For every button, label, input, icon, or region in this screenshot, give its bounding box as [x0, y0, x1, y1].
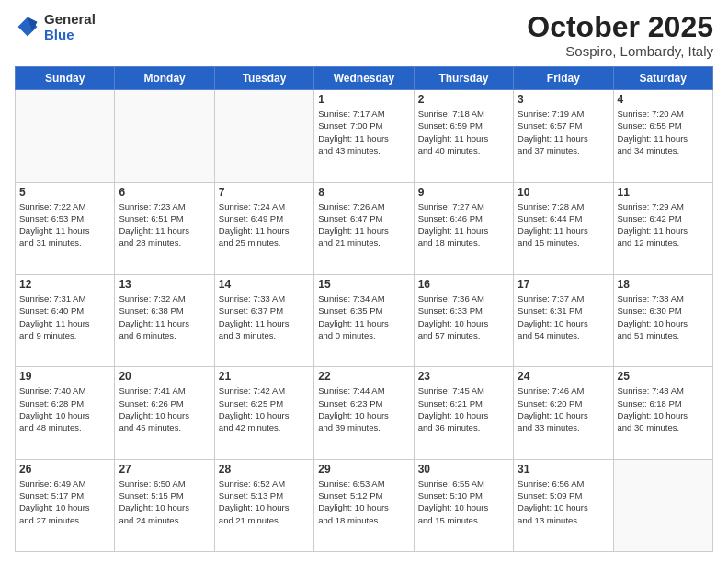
day-number: 5 [19, 186, 110, 199]
table-row: 8Sunrise: 7:26 AM Sunset: 6:47 PM Daylig… [314, 182, 414, 274]
day-info: Sunrise: 6:50 AM Sunset: 5:15 PM Dayligh… [119, 477, 210, 526]
day-info: Sunrise: 7:17 AM Sunset: 7:00 PM Dayligh… [318, 108, 409, 156]
table-row: 19Sunrise: 7:40 AM Sunset: 6:28 PM Dayli… [16, 367, 115, 459]
week-row-1: 1Sunrise: 7:17 AM Sunset: 7:00 PM Daylig… [16, 90, 713, 182]
day-info: Sunrise: 7:48 AM Sunset: 6:18 PM Dayligh… [618, 385, 709, 433]
day-info: Sunrise: 7:27 AM Sunset: 6:46 PM Dayligh… [418, 201, 509, 249]
day-number: 14 [219, 278, 310, 291]
table-row: 2Sunrise: 7:18 AM Sunset: 6:59 PM Daylig… [414, 90, 513, 182]
table-row [214, 90, 313, 182]
table-row: 22Sunrise: 7:44 AM Sunset: 6:23 PM Dayli… [314, 367, 414, 459]
logo-blue: Blue [44, 27, 74, 42]
table-row [613, 459, 712, 551]
table-row: 28Sunrise: 6:52 AM Sunset: 5:13 PM Dayli… [214, 459, 313, 551]
logo-text: General Blue [44, 11, 96, 43]
week-row-2: 5Sunrise: 7:22 AM Sunset: 6:53 PM Daylig… [16, 182, 713, 274]
table-row: 21Sunrise: 7:42 AM Sunset: 6:25 PM Dayli… [214, 367, 313, 459]
logo-general: General [44, 11, 96, 27]
day-number: 29 [318, 463, 409, 476]
day-number: 10 [518, 186, 609, 199]
day-info: Sunrise: 7:26 AM Sunset: 6:47 PM Dayligh… [318, 201, 409, 249]
day-info: Sunrise: 7:28 AM Sunset: 6:44 PM Dayligh… [518, 201, 609, 249]
logo: General Blue [15, 11, 96, 43]
day-info: Sunrise: 7:42 AM Sunset: 6:25 PM Dayligh… [219, 385, 310, 433]
table-row: 9Sunrise: 7:27 AM Sunset: 6:46 PM Daylig… [414, 182, 513, 274]
day-number: 31 [518, 463, 609, 476]
day-number: 26 [19, 463, 110, 476]
calendar-table: Sunday Monday Tuesday Wednesday Thursday… [15, 66, 713, 552]
day-number: 19 [19, 370, 110, 383]
table-row: 25Sunrise: 7:48 AM Sunset: 6:18 PM Dayli… [613, 367, 712, 459]
day-number: 21 [219, 370, 310, 383]
table-row: 10Sunrise: 7:28 AM Sunset: 6:44 PM Dayli… [514, 182, 613, 274]
title-block: October 2025 Sospiro, Lombardy, Italy [527, 11, 713, 59]
table-row: 29Sunrise: 6:53 AM Sunset: 5:12 PM Dayli… [314, 459, 414, 551]
day-number: 4 [618, 93, 709, 106]
day-info: Sunrise: 6:53 AM Sunset: 5:12 PM Dayligh… [318, 477, 409, 526]
table-row [16, 90, 115, 182]
day-info: Sunrise: 7:31 AM Sunset: 6:40 PM Dayligh… [19, 293, 110, 341]
table-row: 14Sunrise: 7:33 AM Sunset: 6:37 PM Dayli… [214, 274, 313, 366]
table-row: 15Sunrise: 7:34 AM Sunset: 6:35 PM Dayli… [314, 274, 414, 366]
table-row [115, 90, 214, 182]
day-info: Sunrise: 7:19 AM Sunset: 6:57 PM Dayligh… [518, 108, 609, 156]
table-row: 30Sunrise: 6:55 AM Sunset: 5:10 PM Dayli… [414, 459, 513, 551]
col-sunday: Sunday [16, 67, 115, 90]
col-tuesday: Tuesday [214, 67, 313, 90]
table-row: 6Sunrise: 7:23 AM Sunset: 6:51 PM Daylig… [115, 182, 214, 274]
header: General Blue October 2025 Sospiro, Lomba… [15, 11, 713, 59]
day-info: Sunrise: 7:44 AM Sunset: 6:23 PM Dayligh… [318, 385, 409, 433]
day-info: Sunrise: 7:23 AM Sunset: 6:51 PM Dayligh… [119, 201, 210, 249]
day-number: 6 [119, 186, 210, 199]
day-number: 23 [418, 370, 509, 383]
table-row: 23Sunrise: 7:45 AM Sunset: 6:21 PM Dayli… [414, 367, 513, 459]
day-info: Sunrise: 7:45 AM Sunset: 6:21 PM Dayligh… [418, 385, 509, 433]
day-number: 22 [318, 370, 409, 383]
day-info: Sunrise: 7:36 AM Sunset: 6:33 PM Dayligh… [418, 293, 509, 341]
day-number: 15 [318, 278, 409, 291]
day-info: Sunrise: 6:56 AM Sunset: 5:09 PM Dayligh… [518, 477, 609, 526]
col-monday: Monday [115, 67, 214, 90]
day-info: Sunrise: 7:38 AM Sunset: 6:30 PM Dayligh… [618, 293, 709, 341]
day-info: Sunrise: 7:29 AM Sunset: 6:42 PM Dayligh… [618, 201, 709, 249]
table-row: 4Sunrise: 7:20 AM Sunset: 6:55 PM Daylig… [613, 90, 712, 182]
table-row: 20Sunrise: 7:41 AM Sunset: 6:26 PM Dayli… [115, 367, 214, 459]
day-info: Sunrise: 7:24 AM Sunset: 6:49 PM Dayligh… [219, 201, 310, 249]
day-info: Sunrise: 7:18 AM Sunset: 6:59 PM Dayligh… [418, 108, 509, 156]
day-number: 9 [418, 186, 509, 199]
calendar-header-row: Sunday Monday Tuesday Wednesday Thursday… [16, 67, 713, 90]
day-info: Sunrise: 7:37 AM Sunset: 6:31 PM Dayligh… [518, 293, 609, 341]
table-row: 5Sunrise: 7:22 AM Sunset: 6:53 PM Daylig… [16, 182, 115, 274]
table-row: 11Sunrise: 7:29 AM Sunset: 6:42 PM Dayli… [613, 182, 712, 274]
day-info: Sunrise: 7:46 AM Sunset: 6:20 PM Dayligh… [518, 385, 609, 433]
day-number: 11 [618, 186, 709, 199]
col-saturday: Saturday [613, 67, 712, 90]
table-row: 27Sunrise: 6:50 AM Sunset: 5:15 PM Dayli… [115, 459, 214, 551]
day-number: 18 [618, 278, 709, 291]
table-row: 31Sunrise: 6:56 AM Sunset: 5:09 PM Dayli… [514, 459, 613, 551]
day-number: 8 [318, 186, 409, 199]
day-number: 16 [418, 278, 509, 291]
col-friday: Friday [514, 67, 613, 90]
day-number: 30 [418, 463, 509, 476]
day-info: Sunrise: 6:49 AM Sunset: 5:17 PM Dayligh… [19, 477, 110, 526]
day-info: Sunrise: 6:52 AM Sunset: 5:13 PM Dayligh… [219, 477, 310, 526]
day-number: 20 [119, 370, 210, 383]
day-number: 17 [518, 278, 609, 291]
day-info: Sunrise: 7:32 AM Sunset: 6:38 PM Dayligh… [119, 293, 210, 341]
week-row-4: 19Sunrise: 7:40 AM Sunset: 6:28 PM Dayli… [16, 367, 713, 459]
day-info: Sunrise: 7:40 AM Sunset: 6:28 PM Dayligh… [19, 385, 110, 433]
day-number: 25 [618, 370, 709, 383]
day-info: Sunrise: 7:34 AM Sunset: 6:35 PM Dayligh… [318, 293, 409, 341]
day-number: 27 [119, 463, 210, 476]
col-wednesday: Wednesday [314, 67, 414, 90]
day-info: Sunrise: 6:55 AM Sunset: 5:10 PM Dayligh… [418, 477, 509, 526]
day-number: 3 [518, 93, 609, 106]
day-info: Sunrise: 7:20 AM Sunset: 6:55 PM Dayligh… [618, 108, 709, 156]
table-row: 17Sunrise: 7:37 AM Sunset: 6:31 PM Dayli… [514, 274, 613, 366]
day-number: 24 [518, 370, 609, 383]
location-subtitle: Sospiro, Lombardy, Italy [527, 43, 713, 59]
day-number: 12 [19, 278, 110, 291]
week-row-5: 26Sunrise: 6:49 AM Sunset: 5:17 PM Dayli… [16, 459, 713, 551]
page: General Blue October 2025 Sospiro, Lomba… [0, 0, 728, 563]
